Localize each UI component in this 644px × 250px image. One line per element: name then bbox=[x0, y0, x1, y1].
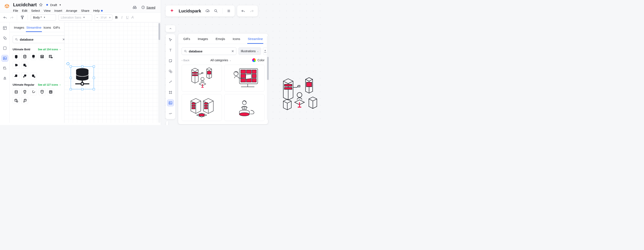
font-size-decrease-button[interactable]: − bbox=[95, 14, 100, 20]
profile-button[interactable] bbox=[263, 47, 267, 55]
rail-layout-icon[interactable] bbox=[2, 25, 8, 31]
icon-result[interactable] bbox=[13, 62, 20, 68]
panel-scrollbar[interactable] bbox=[267, 36, 269, 120]
undo-button[interactable] bbox=[241, 9, 245, 13]
canvas-placed-illustration[interactable] bbox=[279, 76, 319, 112]
see-all-regular-link[interactable]: See all 127 icons→ bbox=[38, 83, 61, 86]
tab-images[interactable]: Images bbox=[197, 36, 208, 44]
illustration-result[interactable] bbox=[224, 64, 264, 92]
scrollbar-thumb[interactable] bbox=[267, 57, 269, 80]
font-color-button[interactable]: A bbox=[131, 15, 134, 20]
rail-data-icon[interactable] bbox=[2, 65, 8, 72]
text-style-dropdown[interactable]: Body * ▼ bbox=[31, 14, 56, 20]
redo-button[interactable] bbox=[10, 15, 14, 20]
favorite-star-icon[interactable] bbox=[39, 3, 43, 7]
database-shape-icon[interactable] bbox=[74, 68, 91, 88]
bold-button[interactable]: B bbox=[115, 15, 118, 20]
rail-freehand-icon[interactable] bbox=[167, 110, 174, 116]
tab-icons[interactable]: Icons bbox=[232, 36, 240, 44]
resize-handle[interactable] bbox=[93, 77, 95, 79]
font-family-dropdown[interactable]: Liberation Sans ▼ bbox=[58, 14, 92, 20]
resize-handle[interactable] bbox=[70, 88, 72, 90]
assets-search-input[interactable] bbox=[189, 50, 230, 53]
icon-result[interactable] bbox=[13, 97, 20, 104]
save-status[interactable]: Saved bbox=[141, 6, 155, 9]
icon-result[interactable] bbox=[38, 53, 46, 60]
illustration-result[interactable] bbox=[182, 64, 222, 92]
tab-streamline[interactable]: Streamline bbox=[26, 24, 42, 32]
icon-result[interactable] bbox=[13, 72, 20, 79]
icon-result[interactable] bbox=[30, 72, 37, 79]
back-button[interactable]: ‹Back bbox=[182, 59, 190, 62]
document-status[interactable]: Draft bbox=[50, 3, 57, 7]
rail-shapes-icon[interactable] bbox=[2, 35, 8, 41]
icon-result[interactable] bbox=[21, 53, 28, 60]
document-title[interactable]: Lucidchart bbox=[13, 2, 36, 8]
icon-result[interactable] bbox=[21, 88, 28, 95]
menu-file[interactable]: File bbox=[13, 9, 18, 12]
rail-rocket-icon[interactable] bbox=[2, 75, 8, 82]
status-caret-icon[interactable]: ▼ bbox=[59, 4, 61, 6]
underline-button[interactable]: U bbox=[126, 15, 129, 20]
menu-share[interactable]: Share bbox=[81, 9, 90, 12]
menu-select[interactable]: Select bbox=[31, 9, 40, 12]
rotate-handle-icon[interactable] bbox=[66, 62, 70, 66]
tab-gifs[interactable]: GIFs bbox=[183, 36, 191, 44]
scrollbar-thumb[interactable] bbox=[158, 23, 160, 40]
illustration-result[interactable] bbox=[182, 94, 222, 121]
tab-icons[interactable]: Icons bbox=[43, 24, 52, 32]
asset-type-dropdown[interactable]: Illustrations ⌄ bbox=[238, 47, 261, 55]
color-filter-button[interactable]: Color bbox=[252, 58, 264, 62]
rail-text-icon[interactable] bbox=[167, 47, 174, 54]
selected-shape[interactable] bbox=[71, 66, 94, 89]
icon-result[interactable] bbox=[21, 72, 28, 79]
assets-search-input[interactable] bbox=[20, 38, 60, 41]
font-size-increase-button[interactable]: + bbox=[108, 14, 112, 20]
rail-sticky-icon[interactable] bbox=[167, 58, 174, 64]
resize-handle[interactable] bbox=[81, 66, 83, 68]
rail-shapes-icon[interactable] bbox=[167, 68, 174, 74]
icon-result[interactable] bbox=[21, 62, 28, 68]
icon-result[interactable] bbox=[21, 97, 28, 104]
icon-result[interactable] bbox=[13, 53, 20, 60]
menu-arrange[interactable]: Arrange bbox=[66, 9, 77, 12]
resize-handle[interactable] bbox=[81, 88, 83, 90]
redo-button[interactable] bbox=[250, 9, 254, 13]
undo-button[interactable] bbox=[3, 15, 7, 20]
font-size-input[interactable] bbox=[100, 16, 108, 19]
rail-frame-icon[interactable] bbox=[167, 89, 174, 96]
menu-edit[interactable]: Edit bbox=[22, 9, 27, 12]
see-all-bold-link[interactable]: See all 154 icons→ bbox=[38, 48, 61, 51]
tab-emojis[interactable]: Emojis bbox=[215, 36, 226, 44]
menu-view[interactable]: View bbox=[44, 9, 50, 12]
lucidspark-title[interactable]: Lucidspark bbox=[179, 9, 201, 14]
icon-result[interactable] bbox=[30, 53, 37, 60]
rail-images-icon[interactable] bbox=[2, 55, 8, 62]
tab-images[interactable]: Images bbox=[14, 24, 24, 32]
cloud-sync-icon[interactable] bbox=[206, 9, 210, 13]
canvas-area[interactable] bbox=[64, 22, 161, 123]
format-painter-button[interactable] bbox=[20, 15, 24, 20]
tab-gifs[interactable]: GIFs bbox=[52, 24, 60, 32]
italic-button[interactable]: I bbox=[120, 15, 123, 20]
menu-icon[interactable] bbox=[227, 9, 231, 13]
rail-images-icon[interactable] bbox=[167, 100, 174, 106]
rail-select-icon[interactable] bbox=[167, 36, 174, 43]
icon-result[interactable] bbox=[13, 88, 20, 95]
resize-handle[interactable] bbox=[93, 66, 95, 68]
rail-connector-icon[interactable] bbox=[167, 79, 174, 85]
collapse-rail-button[interactable] bbox=[166, 25, 175, 32]
resize-handle[interactable] bbox=[93, 88, 95, 90]
binoculars-icon[interactable] bbox=[132, 5, 137, 10]
resize-handle[interactable] bbox=[70, 66, 72, 68]
menu-insert[interactable]: Insert bbox=[54, 9, 62, 12]
icon-result[interactable] bbox=[30, 88, 37, 95]
clear-search-button[interactable]: ✕ bbox=[231, 49, 234, 53]
menu-help[interactable]: Help bbox=[93, 9, 103, 12]
tab-streamline[interactable]: Streamline bbox=[247, 36, 263, 44]
rail-container-icon[interactable] bbox=[2, 45, 8, 51]
resize-handle[interactable] bbox=[70, 77, 72, 79]
icon-result[interactable] bbox=[47, 53, 54, 60]
illustration-result[interactable] bbox=[224, 94, 264, 121]
icon-result[interactable] bbox=[38, 88, 46, 95]
